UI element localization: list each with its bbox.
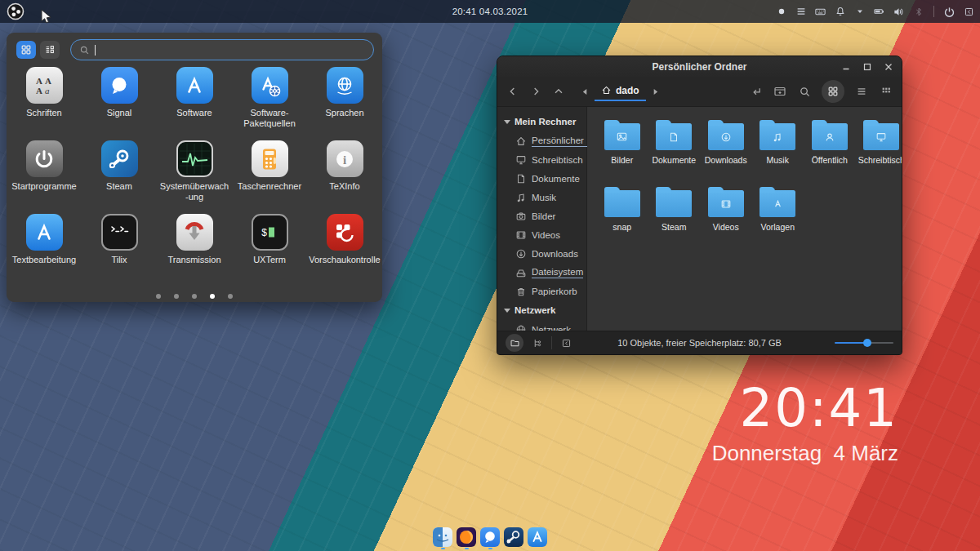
- desktop-clock-widget: 20:41 Donnerstag 4 März: [712, 382, 898, 466]
- back-button[interactable]: [506, 84, 520, 99]
- folder-item[interactable]: snap: [597, 184, 648, 251]
- dock-item-steam[interactable]: [504, 527, 523, 550]
- page-dot-4[interactable]: [210, 294, 215, 299]
- app-label: UXTerm: [253, 255, 286, 265]
- launcher-app-fonts[interactable]: AAAaSchriften: [7, 67, 82, 140]
- breadcrumb-scroll-right-icon[interactable]: [648, 84, 663, 99]
- folder-view[interactable]: BilderDokumenteDownloadsMusikÖffentlichS…: [587, 107, 902, 331]
- search-button[interactable]: [797, 84, 812, 99]
- window-statusbar: 10 Objekte, freier Speicherplatz: 80,7 G…: [497, 331, 902, 354]
- svg-text:A: A: [36, 86, 42, 96]
- launcher-app-steam[interactable]: Steam: [82, 140, 157, 214]
- window-toolbar: dado: [497, 77, 902, 107]
- app-label: Steam: [106, 181, 132, 192]
- page-dot-1[interactable]: [156, 294, 161, 299]
- breadcrumb-label: dado: [616, 85, 639, 96]
- launcher-app-calculator[interactable]: Taschenrechner: [232, 140, 307, 214]
- sidebar-item-home[interactable]: Persönlicher …: [497, 131, 586, 150]
- sidebar-item-video[interactable]: Videos: [497, 225, 586, 244]
- keyboard-icon[interactable]: [814, 6, 826, 18]
- launcher-app-startup[interactable]: Startprogramme: [7, 140, 82, 214]
- page-dot-5[interactable]: [228, 294, 233, 299]
- folder-item[interactable]: Videos: [701, 184, 751, 251]
- launcher-app-text-editor[interactable]: Textbearbeitung: [7, 214, 82, 287]
- breadcrumb-home-button[interactable]: dado: [595, 82, 646, 101]
- close-button[interactable]: [884, 62, 893, 72]
- grid-view-toggle[interactable]: [16, 41, 36, 59]
- list-view-button[interactable]: [854, 84, 869, 99]
- menu-icon[interactable]: [795, 6, 807, 18]
- folder-item[interactable]: Downloads: [701, 117, 751, 184]
- caret-down-icon[interactable]: [853, 6, 866, 18]
- sidebar-item-download[interactable]: Downloads: [497, 244, 586, 263]
- launcher-app-tilix[interactable]: Tilix: [82, 214, 157, 287]
- folder-item[interactable]: Schreibtisch: [857, 117, 902, 184]
- folder-item[interactable]: Vorlagen: [753, 184, 804, 251]
- launcher-app-preview[interactable]: Vorschaukontrolle: [307, 214, 382, 287]
- sidebar-item-desktop[interactable]: Schreibtisch: [497, 150, 586, 169]
- folder-item[interactable]: Bilder: [597, 117, 648, 184]
- sidebar-item-document[interactable]: Dokumente: [497, 169, 586, 188]
- search-input[interactable]: [70, 39, 374, 60]
- video-emblem-icon: [708, 190, 744, 217]
- window-titlebar[interactable]: Persönlicher Ordner: [497, 56, 902, 77]
- public-emblem-icon: [812, 123, 848, 150]
- launcher-app-software[interactable]: Software: [157, 67, 232, 140]
- folder-item[interactable]: Steam: [649, 184, 700, 251]
- folder-item[interactable]: Dokumente: [649, 117, 700, 184]
- sidebar-item-music[interactable]: Musik: [497, 188, 586, 207]
- app-label: Software: [176, 108, 212, 118]
- raven-icon[interactable]: [963, 6, 975, 18]
- camera-icon: [515, 211, 527, 222]
- sidebar-item-drive[interactable]: Dateisystem: [497, 263, 586, 282]
- sidebar-item-trash[interactable]: Papierkorb: [497, 282, 586, 300]
- steam-icon: [101, 140, 138, 177]
- sidebar-section-header[interactable]: Mein Rechner: [497, 112, 586, 131]
- sidebar-item-camera[interactable]: Bilder: [497, 207, 586, 225]
- running-indicator: [465, 548, 469, 550]
- power-icon[interactable]: [943, 6, 956, 18]
- launcher-app-texinfo[interactable]: iTeXInfo: [307, 140, 382, 214]
- page-dot-3[interactable]: [192, 294, 197, 299]
- icon-view-button[interactable]: [822, 80, 844, 103]
- bluetooth-icon[interactable]: [912, 6, 924, 18]
- transmission-icon: [176, 214, 213, 251]
- breadcrumb-scroll-left-icon[interactable]: [577, 84, 592, 99]
- minimize-button[interactable]: [841, 62, 851, 72]
- volume-icon[interactable]: [893, 6, 905, 18]
- compact-view-button[interactable]: [879, 84, 893, 99]
- app-label: Signal: [107, 108, 132, 118]
- dock-item-firefox[interactable]: [457, 527, 476, 550]
- zoom-slider-knob[interactable]: [863, 339, 871, 347]
- launcher-app-signal[interactable]: Signal: [82, 67, 157, 140]
- battery-icon[interactable]: [873, 6, 885, 18]
- folder-item[interactable]: Öffentlich: [804, 117, 855, 184]
- sidebar-item-label: Dateisystem: [532, 267, 583, 278]
- dock-item-files[interactable]: [433, 527, 452, 550]
- svg-text:$: $: [261, 228, 267, 239]
- list-view-toggle[interactable]: [40, 41, 60, 59]
- open-terminal-icon[interactable]: [773, 84, 787, 99]
- page-dot-2[interactable]: [174, 294, 179, 299]
- sidebar-section-header[interactable]: Netzwerk: [497, 300, 586, 320]
- launcher-app-languages[interactable]: Sprachen: [307, 67, 382, 140]
- launcher-app-uxterm[interactable]: $UXTerm: [232, 214, 307, 287]
- zoom-slider[interactable]: [835, 337, 893, 349]
- maximize-button[interactable]: [862, 62, 872, 72]
- launcher-app-software-sources[interactable]: Software-Paketquellen: [232, 67, 307, 140]
- folder-name: Öffentlich: [812, 155, 848, 165]
- dock-item-software[interactable]: [528, 527, 547, 550]
- desktop-icon: [515, 154, 527, 166]
- drive-icon: [515, 267, 527, 278]
- bell-icon[interactable]: [834, 6, 846, 18]
- folder-item[interactable]: Musik: [753, 117, 804, 184]
- record-dot-icon[interactable]: [775, 6, 787, 18]
- up-button[interactable]: [551, 84, 566, 99]
- folder-icon: [656, 123, 692, 150]
- sidebar-section-label: Netzwerk: [514, 305, 556, 315]
- dock-item-signal[interactable]: [480, 527, 500, 550]
- launcher-app-transmission[interactable]: Transmission: [157, 214, 232, 287]
- forward-button[interactable]: [528, 84, 543, 99]
- launcher-app-system-monitor[interactable]: Systemüberwach-ung: [157, 140, 232, 214]
- toggle-location-entry-icon[interactable]: [748, 84, 763, 99]
